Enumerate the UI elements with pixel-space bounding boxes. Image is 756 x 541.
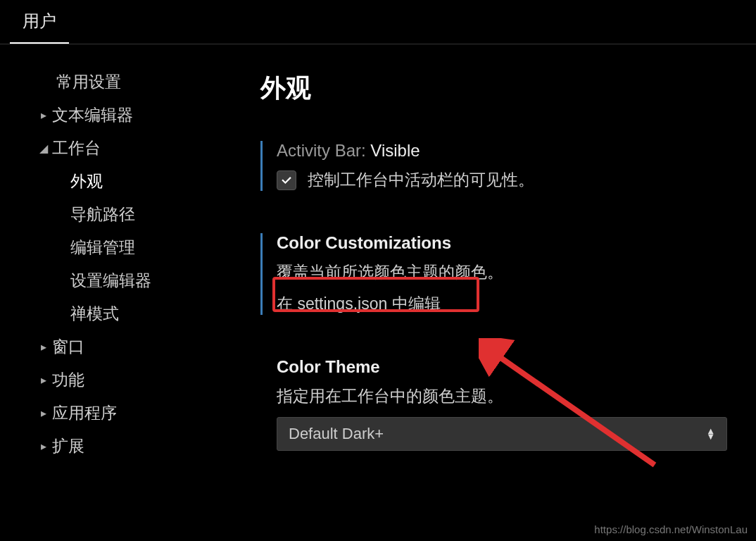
- chevron-down-icon: ◢: [35, 142, 52, 155]
- sidebar-item-label: 设置编辑器: [70, 270, 151, 292]
- sidebar-item-zen-mode[interactable]: 禅模式: [35, 297, 232, 330]
- sidebar-item-workbench[interactable]: ◢ 工作台: [35, 132, 232, 165]
- sidebar-item-breadcrumbs[interactable]: 导航路径: [35, 198, 232, 231]
- sidebar-item-appearance[interactable]: 外观: [35, 165, 232, 198]
- sidebar-item-window[interactable]: ▸ 窗口: [35, 330, 232, 363]
- chevron-right-icon: ▸: [35, 340, 52, 354]
- main-area: 常用设置 ▸ 文本编辑器 ◢ 工作台 外观 导航路径 编辑管理 设置编辑器 禅模…: [0, 44, 756, 541]
- check-icon: [280, 174, 293, 187]
- sidebar-item-application[interactable]: ▸ 应用程序: [35, 397, 232, 430]
- setting-color-customizations: Color Customizations 覆盖当前所选颜色主题的颜色。 在 se…: [260, 233, 735, 315]
- setting-header: Activity Bar: Visible: [277, 141, 735, 161]
- sidebar-item-label: 编辑管理: [70, 237, 135, 259]
- settings-sidebar: 常用设置 ▸ 文本编辑器 ◢ 工作台 外观 导航路径 编辑管理 设置编辑器 禅模…: [0, 44, 232, 541]
- edit-in-settings-json-link[interactable]: 在 settings.json 中编辑: [277, 293, 441, 315]
- sidebar-item-label: 扩展: [52, 435, 84, 457]
- tabs-bar: 用户: [0, 0, 756, 44]
- sidebar-item-editor-management[interactable]: 编辑管理: [35, 231, 232, 264]
- sidebar-item-label: 窗口: [52, 336, 84, 358]
- setting-description: 指定用在工作台中的颜色主题。: [277, 385, 735, 407]
- setting-prefix: Activity Bar:: [277, 141, 370, 160]
- section-title: 外观: [260, 71, 735, 106]
- sidebar-item-label: 禅模式: [70, 303, 119, 325]
- chevron-right-icon: ▸: [35, 108, 52, 122]
- setting-color-theme: Color Theme 指定用在工作台中的颜色主题。 Default Dark+…: [260, 357, 735, 451]
- setting-name: Color Theme: [277, 357, 380, 376]
- sidebar-item-label: 常用设置: [56, 71, 121, 93]
- select-arrows-icon: ▲▼: [706, 428, 715, 440]
- sidebar-item-label: 文本编辑器: [52, 104, 133, 126]
- setting-name: Color Customizations: [277, 233, 451, 252]
- setting-name: Visible: [370, 141, 420, 160]
- select-value: Default Dark+: [289, 425, 384, 443]
- sidebar-item-text-editor[interactable]: ▸ 文本编辑器: [35, 99, 232, 132]
- sidebar-item-label: 应用程序: [52, 402, 117, 424]
- sidebar-item-extensions[interactable]: ▸ 扩展: [35, 430, 232, 463]
- sidebar-item-common[interactable]: 常用设置: [35, 66, 232, 99]
- sidebar-item-label: 工作台: [52, 137, 101, 159]
- setting-description: 覆盖当前所选颜色主题的颜色。: [277, 261, 735, 283]
- settings-content: 外观 Activity Bar: Visible 控制工作台中活动栏的可见性。 …: [232, 44, 756, 541]
- sidebar-item-settings-editor[interactable]: 设置编辑器: [35, 264, 232, 297]
- chevron-right-icon: ▸: [35, 406, 52, 420]
- checkbox-activity-bar[interactable]: [277, 170, 296, 190]
- setting-header: Color Customizations: [277, 233, 735, 253]
- sidebar-item-features[interactable]: ▸ 功能: [35, 363, 232, 397]
- setting-header: Color Theme: [277, 357, 735, 377]
- sidebar-item-label: 导航路径: [70, 204, 135, 225]
- chevron-right-icon: ▸: [35, 373, 52, 387]
- setting-activity-bar-visible: Activity Bar: Visible 控制工作台中活动栏的可见性。: [260, 141, 735, 191]
- chevron-right-icon: ▸: [35, 440, 52, 453]
- setting-description: 控制工作台中活动栏的可见性。: [308, 169, 534, 191]
- sidebar-item-label: 功能: [52, 369, 84, 391]
- sidebar-item-label: 外观: [70, 170, 103, 192]
- setting-row: 控制工作台中活动栏的可见性。: [277, 169, 735, 191]
- color-theme-select[interactable]: Default Dark+ ▲▼: [277, 417, 727, 451]
- tab-user[interactable]: 用户: [10, 0, 69, 44]
- watermark: https://blog.csdn.net/WinstonLau: [594, 523, 748, 535]
